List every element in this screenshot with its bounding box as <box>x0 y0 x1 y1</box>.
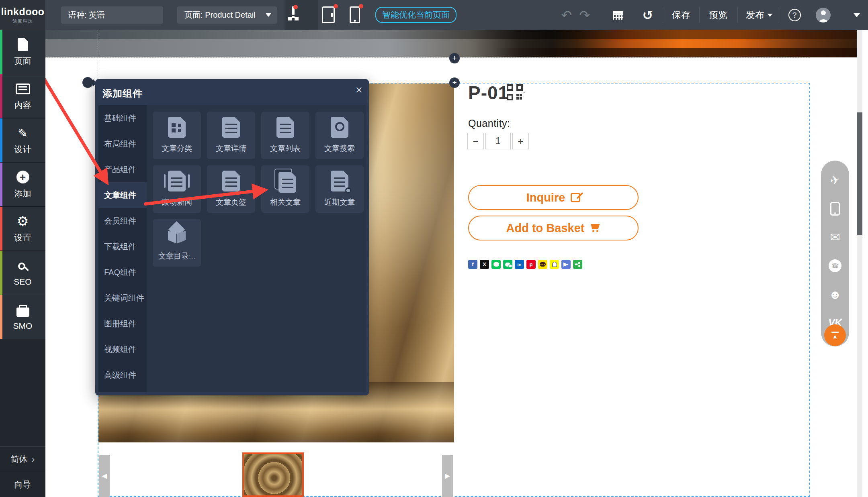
section-divider <box>45 57 810 58</box>
sidebar-label: 添加 <box>14 188 31 199</box>
component-label: 文章列表 <box>270 143 301 154</box>
notification-dot <box>359 4 363 8</box>
sidebar-item-design[interactable]: ✎ 设计 <box>0 118 45 163</box>
tab-video[interactable]: 视频组件 <box>98 336 147 362</box>
scrollbar-thumb[interactable] <box>857 112 862 235</box>
modal-drag-handle[interactable] <box>82 77 93 88</box>
history-icon[interactable]: ↺ <box>641 0 655 30</box>
selected-thumbnail[interactable] <box>242 452 304 497</box>
facebook-share-icon[interactable]: f <box>468 260 477 269</box>
tab-keyword[interactable]: 关键词组件 <box>98 285 147 311</box>
accent-strip <box>0 118 2 162</box>
accent-strip <box>0 207 2 251</box>
language-mode-toggle[interactable]: 简体 › <box>0 447 45 472</box>
tab-advanced[interactable]: 高级组件 <box>98 362 147 388</box>
x-twitter-share-icon[interactable]: X <box>480 260 489 269</box>
tab-download[interactable]: 下载组件 <box>98 234 147 259</box>
lang-mode-label: 简体 <box>11 454 28 465</box>
component-card-article-detail[interactable]: 文章详情 <box>207 112 255 159</box>
tab-layout[interactable]: 布局组件 <box>98 131 147 157</box>
notification-dot <box>334 4 338 8</box>
redo-icon[interactable]: ↷ <box>577 0 593 30</box>
add-to-basket-button[interactable]: Add to Basket <box>468 216 639 240</box>
sidebar-label: 设计 <box>14 144 31 155</box>
doc-lines-icon <box>222 117 240 138</box>
language-selector[interactable]: 语种: 英语 <box>61 6 163 24</box>
tab-album[interactable]: 图册组件 <box>98 311 147 336</box>
component-card-scrolling-news[interactable]: 滚动新闻 <box>153 165 201 213</box>
preview-button[interactable]: 预览 <box>709 0 727 30</box>
quantity-stepper: − 1 + <box>467 133 529 149</box>
collapse-widget-button[interactable]: ▲ <box>824 324 846 346</box>
help-button[interactable]: ? <box>788 0 801 30</box>
floating-contact-bar: ✈ ✉ ☎ ☻ VK ▲ <box>821 161 849 346</box>
component-label: 滚动新闻 <box>162 197 192 208</box>
toolbar-divider <box>778 7 778 23</box>
snapchat-share-icon[interactable] <box>550 260 559 269</box>
toolbar-divider <box>699 7 700 23</box>
sidebar-footer: 简体 › 向导 <box>0 446 45 497</box>
save-button[interactable]: 保存 <box>672 0 690 30</box>
sidebar-item-pages[interactable]: 页面 <box>0 30 45 74</box>
carousel-prev-button[interactable]: ◀ <box>99 455 110 497</box>
kakaotalk-share-icon[interactable]: TALK <box>538 260 547 269</box>
tab-faq[interactable]: FAQ组件 <box>98 259 147 285</box>
smart-optimize-button[interactable]: 智能优化当前页面 <box>375 7 457 23</box>
component-label: 文章分类 <box>162 143 192 154</box>
mobile-view-button[interactable] <box>350 6 360 23</box>
qq-icon[interactable]: ☻ <box>821 283 849 306</box>
publish-button[interactable]: 发布 <box>746 0 772 30</box>
sidebar-item-settings[interactable]: ⚙ 设置 <box>0 207 45 251</box>
tablet-view-button[interactable] <box>322 6 335 23</box>
sidebar-item-content[interactable]: 内容 <box>0 74 45 118</box>
component-card-recent-articles[interactable]: 近期文章 <box>315 165 364 213</box>
component-card-related-articles[interactable]: 相关文章 <box>261 165 309 213</box>
close-icon[interactable]: × <box>355 84 362 96</box>
component-card-article-search[interactable]: 文章搜索 <box>315 112 364 159</box>
modal-title: 添加组件 <box>102 87 143 100</box>
add-section-button[interactable]: + <box>449 53 460 63</box>
whatsapp-icon[interactable]: ☎ <box>821 255 849 277</box>
telegram-icon[interactable]: ✈ <box>821 169 849 191</box>
carousel-next-button[interactable]: ▶ <box>442 455 453 497</box>
email-icon[interactable]: ✉ <box>821 226 849 248</box>
page-selector-label: 页面: Product Detail <box>184 10 256 20</box>
wechat-share-icon[interactable] <box>503 260 512 269</box>
pinterest-share-icon[interactable]: p <box>526 260 536 269</box>
add-to-basket-label: Add to Basket <box>506 222 585 235</box>
account-chevron-down-icon[interactable] <box>854 13 860 17</box>
sidebar-item-smo[interactable]: SMO <box>0 295 45 339</box>
wizard-button[interactable]: 向导 <box>0 472 45 497</box>
component-grid: 文章分类 文章详情 文章列表 文章搜索 滚动新闻 文章页签 <box>147 105 366 392</box>
line-share-icon[interactable] <box>491 260 501 269</box>
inquire-button[interactable]: Inquire <box>468 185 639 210</box>
qr-code-icon[interactable] <box>507 84 523 100</box>
desktop-view-button[interactable] <box>292 7 295 14</box>
share-more-icon[interactable] <box>573 260 582 269</box>
component-card-article-directory[interactable]: 文章目录... <box>153 219 201 267</box>
page-selector[interactable]: 页面: Product Detail <box>177 6 277 24</box>
scrollbar-track[interactable] <box>857 30 862 497</box>
quantity-value[interactable]: 1 <box>485 133 511 149</box>
component-card-article-tabs[interactable]: 文章页签 <box>207 165 255 213</box>
component-card-article-category[interactable]: 文章分类 <box>153 112 201 159</box>
tab-basic[interactable]: 基础组件 <box>98 105 147 131</box>
chevron-right-icon: › <box>32 454 35 465</box>
tab-article[interactable]: 文章组件 <box>98 182 147 208</box>
tab-product[interactable]: 产品组件 <box>98 157 147 182</box>
telegram-share-icon[interactable] <box>561 260 571 269</box>
sidebar-item-add[interactable]: + 添加 <box>0 163 45 207</box>
cart-icon <box>590 224 600 232</box>
add-section-button[interactable]: + <box>449 77 460 88</box>
doc-clock-icon <box>331 171 348 191</box>
linkedin-share-icon[interactable]: in <box>515 260 524 269</box>
quantity-minus-button[interactable]: − <box>467 133 484 149</box>
tab-member[interactable]: 会员组件 <box>98 208 147 234</box>
undo-icon[interactable]: ↶ <box>559 0 575 30</box>
user-avatar[interactable] <box>816 8 831 22</box>
sidebar-item-seo[interactable]: SEO <box>0 251 45 295</box>
quantity-plus-button[interactable]: + <box>512 133 529 149</box>
mobile-icon[interactable] <box>821 198 849 220</box>
component-card-article-list[interactable]: 文章列表 <box>261 112 309 159</box>
grid-layout-icon[interactable] <box>612 0 624 30</box>
